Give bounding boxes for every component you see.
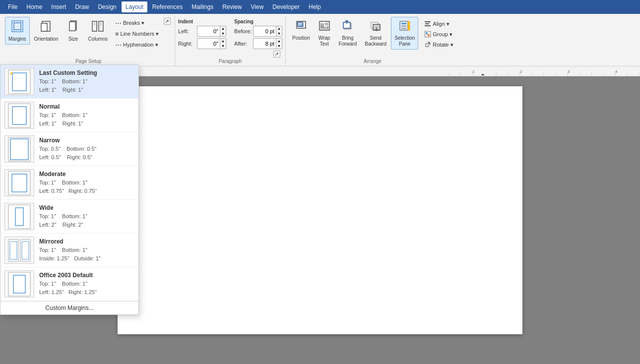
margins-label: Margins <box>8 36 26 42</box>
svg-rect-34 <box>401 28 406 29</box>
hyphenation-button[interactable]: ⋯ Hyphenation ▾ <box>112 40 162 50</box>
spacing-before-input[interactable]: ▲ ▼ <box>253 26 282 37</box>
menu-layout[interactable]: Layout <box>122 1 147 12</box>
menu-insert[interactable]: Insert <box>47 1 70 12</box>
menu-home[interactable]: Home <box>22 1 46 12</box>
menu-developer[interactable]: Developer <box>268 1 304 12</box>
align-icon <box>424 20 431 27</box>
svg-text:1: 1 <box>472 69 475 74</box>
arrange-label: Arrange <box>289 58 456 65</box>
indent-left-input[interactable]: ▲ ▼ <box>197 26 226 37</box>
margin-details-mirrored: Top: 1" Bottom: 1" Inside: 1.25" Outside… <box>39 246 134 262</box>
spacing-after-input[interactable]: ▲ ▼ <box>253 38 282 49</box>
menu-file[interactable]: File <box>4 1 21 12</box>
bring-forward-button[interactable]: BringForward <box>335 17 361 50</box>
spacing-before-up[interactable]: ▲ <box>276 26 282 31</box>
wrap-text-label: WrapText <box>319 35 330 47</box>
position-button[interactable]: Position <box>289 17 314 44</box>
margin-name-last-custom: Last Custom Setting <box>39 69 134 76</box>
ruler-svg: 1 2 3 4 5 6 7 <box>218 66 640 76</box>
menu-references[interactable]: References <box>148 1 187 12</box>
spacing-before-down[interactable]: ▼ <box>276 31 282 36</box>
menu-view[interactable]: View <box>247 1 268 12</box>
arrange-small-buttons: Align ▾ Group ▾ <box>419 17 456 50</box>
margin-item-normal[interactable]: Normal Top: 1" Bottom: 1" Left: 1" Right… <box>0 99 138 132</box>
margin-text-mirrored: Mirrored Top: 1" Bottom: 1" Inside: 1.25… <box>39 238 134 262</box>
group-label: Group ▾ <box>433 31 452 38</box>
orientation-button[interactable]: Orientation <box>31 17 62 45</box>
indent-right-input[interactable]: ▲ ▼ <box>197 38 226 49</box>
svg-rect-1 <box>14 23 21 30</box>
send-backward-button[interactable]: SendBackward <box>361 17 390 50</box>
indent-left-down[interactable]: ▼ <box>220 31 226 36</box>
indent-right-arrows: ▲ ▼ <box>220 39 226 49</box>
page-setup-label: Page Setup <box>5 58 172 65</box>
spacing-after-arrows: ▲ ▼ <box>276 39 282 49</box>
page-setup-launcher: ↗ <box>163 17 172 26</box>
position-icon <box>295 19 308 34</box>
margin-text-wide: Wide Top: 1" Bottom: 1" Left: 2" Right: … <box>39 204 134 229</box>
indent-right-row: Right: ▲ ▼ <box>178 38 226 49</box>
custom-margins-footer[interactable]: Custom Margins... <box>0 301 138 314</box>
align-button[interactable]: Align ▾ <box>421 19 456 29</box>
columns-button[interactable]: Columns <box>85 17 111 45</box>
ribbon-group-paragraph: Indent Left: ▲ ▼ <box>175 16 286 66</box>
margin-item-narrow[interactable]: Narrow Top: 0.5" Bottom: 0.5" Left: 0.5"… <box>0 132 138 166</box>
menu-design[interactable]: Design <box>94 1 120 12</box>
bring-forward-label: BringForward <box>339 35 357 47</box>
margin-item-moderate[interactable]: Moderate Top: 1" Bottom: 1" Left: 0.75" … <box>0 166 138 200</box>
margin-details-office2003: Top: 1" Bottom: 1" Left: 1.25" Right: 1.… <box>39 280 134 296</box>
indent-right-down[interactable]: ▼ <box>220 44 226 49</box>
margin-item-last-custom[interactable]: ★ Last Custom Setting Top: 1" Bottom: 1"… <box>0 65 138 99</box>
indent-left-row: Left: ▲ ▼ <box>178 26 226 37</box>
paragraph-label: Paragraph <box>178 58 282 65</box>
align-label: Align ▾ <box>433 21 449 27</box>
margin-preview-mirrored <box>4 237 34 264</box>
group-button[interactable]: Group ▾ <box>421 29 456 39</box>
line-numbers-button[interactable]: ≡ Line Numbers ▾ <box>112 29 162 39</box>
wrap-text-button[interactable]: WrapText <box>315 17 334 50</box>
menu-mailings[interactable]: Mailings <box>188 1 217 12</box>
margins-button[interactable]: Margins <box>5 17 30 45</box>
margin-item-wide[interactable]: Wide Top: 1" Bottom: 1" Left: 2" Right: … <box>0 200 138 234</box>
rotate-button[interactable]: Rotate ▾ <box>421 40 456 50</box>
size-icon <box>66 19 80 35</box>
columns-label: Columns <box>88 36 108 42</box>
spacing-after-down[interactable]: ▼ <box>276 44 282 49</box>
margin-details-moderate: Top: 1" Bottom: 1" Left: 0.75" Right: 0.… <box>39 179 134 195</box>
menu-review[interactable]: Review <box>218 1 246 12</box>
selection-pane-button[interactable]: SelectionPane <box>391 17 418 50</box>
svg-rect-95 <box>8 272 30 296</box>
size-label: Size <box>68 36 78 42</box>
svg-rect-42 <box>426 44 429 47</box>
breaks-button[interactable]: ⋯ Breaks ▾ <box>112 18 162 28</box>
indent-right-label: Right: <box>178 41 195 47</box>
rotate-label: Rotate ▾ <box>433 42 453 48</box>
indent-left-arrows: ▲ ▼ <box>220 26 226 36</box>
menu-help[interactable]: Help <box>305 1 325 12</box>
indent-right-value[interactable] <box>197 40 220 47</box>
paragraph-launcher-btn[interactable]: ↗ <box>273 51 280 58</box>
margin-item-office2003[interactable]: Office 2003 Default Top: 1" Bottom: 1" L… <box>0 267 138 301</box>
spacing-before-value[interactable] <box>254 28 276 35</box>
spacing-header: Spacing <box>234 19 282 24</box>
indent-left-value[interactable] <box>197 28 220 35</box>
indent-right-up[interactable]: ▲ <box>220 39 226 44</box>
menu-draw[interactable]: Draw <box>71 1 93 12</box>
margin-text-moderate: Moderate Top: 1" Bottom: 1" Left: 0.75" … <box>39 171 134 195</box>
rotate-icon <box>424 41 431 48</box>
svg-text:3: 3 <box>568 69 570 74</box>
page-setup-launcher-btn[interactable]: ↗ <box>164 18 171 25</box>
spacing-after-up[interactable]: ▲ <box>276 39 282 44</box>
spacing-after-value[interactable] <box>254 40 276 47</box>
size-button[interactable]: Size <box>63 17 84 45</box>
indent-left-up[interactable]: ▲ <box>220 26 226 31</box>
margin-details-wide: Top: 1" Bottom: 1" Left: 2" Right: 2" <box>39 212 134 229</box>
margin-preview-office2003 <box>4 270 34 298</box>
margin-name-office2003: Office 2003 Default <box>39 272 134 279</box>
margin-item-mirrored[interactable]: Mirrored Top: 1" Bottom: 1" Inside: 1.25… <box>0 234 138 267</box>
margin-preview-last-custom: ★ <box>4 68 34 95</box>
indent-header: Indent <box>178 19 226 24</box>
svg-rect-40 <box>426 32 428 34</box>
document-page <box>118 86 522 334</box>
